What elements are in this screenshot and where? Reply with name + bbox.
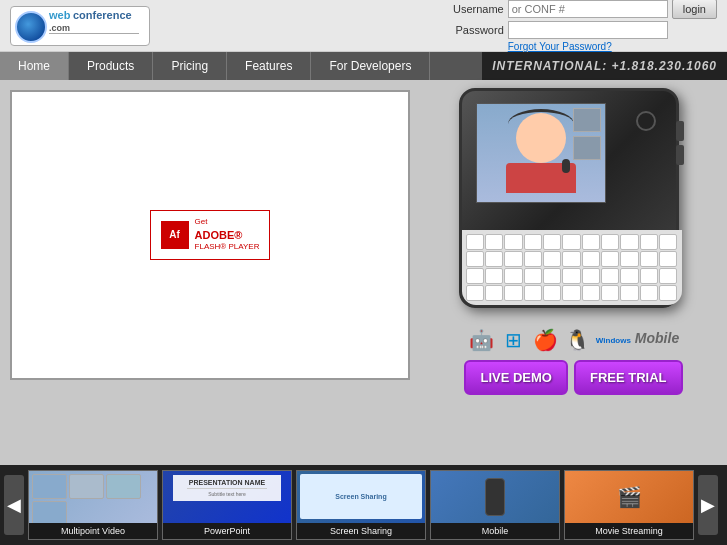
- key: [466, 234, 484, 250]
- flash-container: Af Get ADOBE® FLASH® PLAYER: [10, 90, 410, 380]
- action-buttons: LIVE DEMO FREE TRIAL: [464, 360, 682, 395]
- login-area: Username login Password Forgot Your Pass…: [444, 0, 717, 52]
- flash-text: Get ADOBE® FLASH® PLAYER: [195, 217, 260, 252]
- key: [601, 285, 619, 301]
- key: [601, 234, 619, 250]
- key: [659, 234, 677, 250]
- get-flash-button[interactable]: Af Get ADOBE® FLASH® PLAYER: [150, 210, 271, 259]
- key: [640, 268, 658, 284]
- thumb-multipoint-video[interactable]: Multipoint Video: [28, 470, 158, 540]
- key: [562, 251, 580, 267]
- key: [524, 251, 542, 267]
- logo: web conference .com: [10, 6, 150, 46]
- username-input[interactable]: [508, 0, 668, 18]
- key: [582, 234, 600, 250]
- forgot-password-link[interactable]: Forgot Your Password?: [508, 41, 717, 52]
- thumb-screen-sharing[interactable]: Screen Sharing Screen Sharing: [296, 470, 426, 540]
- nav-home[interactable]: Home: [0, 52, 69, 80]
- os-icons: 🤖 ⊞ 🍎 🐧 Windows Mobile: [468, 326, 679, 354]
- key: [562, 285, 580, 301]
- left-panel: Af Get ADOBE® FLASH® PLAYER: [0, 80, 420, 465]
- key: [620, 251, 638, 267]
- password-label: Password: [444, 24, 504, 36]
- key: [582, 285, 600, 301]
- navbar: Home Products Pricing Features For Devel…: [0, 52, 727, 80]
- key: [504, 234, 522, 250]
- key: [659, 285, 677, 301]
- thumb-movie-streaming[interactable]: 🎬 Movie Streaming: [564, 470, 694, 540]
- password-row: Password: [444, 21, 717, 39]
- key: [562, 268, 580, 284]
- thumb-powerpoint-image: PRESENTATION NAME Subtitle text here: [163, 471, 291, 523]
- thumb-mobile-image: [431, 471, 559, 523]
- linux-icon: 🐧: [564, 326, 592, 354]
- live-demo-button[interactable]: LIVE DEMO: [464, 360, 568, 395]
- person-head: [516, 113, 566, 163]
- nav-features[interactable]: Features: [227, 52, 311, 80]
- key: [485, 285, 503, 301]
- phone-side-buttons: [676, 121, 684, 165]
- next-arrow[interactable]: ▶: [698, 475, 718, 535]
- phone-device: [459, 88, 689, 318]
- key: [543, 234, 561, 250]
- nav-pricing[interactable]: Pricing: [153, 52, 227, 80]
- key: [485, 234, 503, 250]
- key: [485, 251, 503, 267]
- key: [543, 251, 561, 267]
- thumb-powerpoint[interactable]: PRESENTATION NAME Subtitle text here Pow…: [162, 470, 292, 540]
- headset-icon: [508, 109, 574, 139]
- windows-label: Windows: [596, 336, 631, 345]
- key: [640, 285, 658, 301]
- key: [582, 251, 600, 267]
- key: [524, 268, 542, 284]
- key: [620, 234, 638, 250]
- apple-icon: 🍎: [532, 326, 560, 354]
- nav-developers[interactable]: For Developers: [311, 52, 430, 80]
- logo-area: web conference .com: [10, 6, 150, 46]
- key: [601, 251, 619, 267]
- thumb-powerpoint-label: PowerPoint: [163, 523, 291, 539]
- phone-camera: [636, 111, 656, 131]
- thumb-mobile-label: Mobile: [431, 523, 559, 539]
- thumb-multipoint-image: [29, 471, 157, 523]
- main-content: Af Get ADOBE® FLASH® PLAYER: [0, 80, 727, 465]
- thumb-screensharing-label: Screen Sharing: [297, 523, 425, 539]
- key: [640, 251, 658, 267]
- side-button: [676, 121, 684, 141]
- key: [466, 268, 484, 284]
- free-trial-button[interactable]: FREE TRIAL: [574, 360, 683, 395]
- key: [466, 251, 484, 267]
- key: [659, 268, 677, 284]
- key: [504, 268, 522, 284]
- thumb-multipoint-label: Multipoint Video: [29, 523, 157, 539]
- key: [524, 285, 542, 301]
- mic-icon: [562, 159, 570, 173]
- windows-icon: ⊞: [500, 326, 528, 354]
- mobile-label-text: Mobile: [635, 330, 679, 346]
- key: [504, 285, 522, 301]
- username-row: Username login: [444, 0, 717, 19]
- prev-arrow[interactable]: ◀: [4, 475, 24, 535]
- key: [582, 268, 600, 284]
- international-phone: INTERNATIONAL: +1.818.230.1060: [482, 52, 727, 80]
- right-panel: 🤖 ⊞ 🍎 🐧 Windows Mobile LIVE DEMO FREE TR…: [420, 80, 727, 465]
- key: [659, 251, 677, 267]
- thumb-screensharing-image: Screen Sharing: [297, 471, 425, 523]
- password-input[interactable]: [508, 21, 668, 39]
- thumb-mobile[interactable]: Mobile: [430, 470, 560, 540]
- phone-keyboard: [462, 230, 682, 305]
- header: web conference .com Username login Passw…: [0, 0, 727, 52]
- key: [504, 251, 522, 267]
- key: [601, 268, 619, 284]
- login-button[interactable]: login: [672, 0, 717, 19]
- nav-products[interactable]: Products: [69, 52, 153, 80]
- key: [543, 285, 561, 301]
- side-button: [676, 145, 684, 165]
- key: [640, 234, 658, 250]
- flash-icon: Af: [161, 221, 189, 249]
- key: [466, 285, 484, 301]
- thumbnails-bar: ◀ Multipoint Video PRESENTATION NAME: [0, 465, 727, 545]
- key: [543, 268, 561, 284]
- logo-globe-icon: [15, 11, 47, 43]
- key: [620, 268, 638, 284]
